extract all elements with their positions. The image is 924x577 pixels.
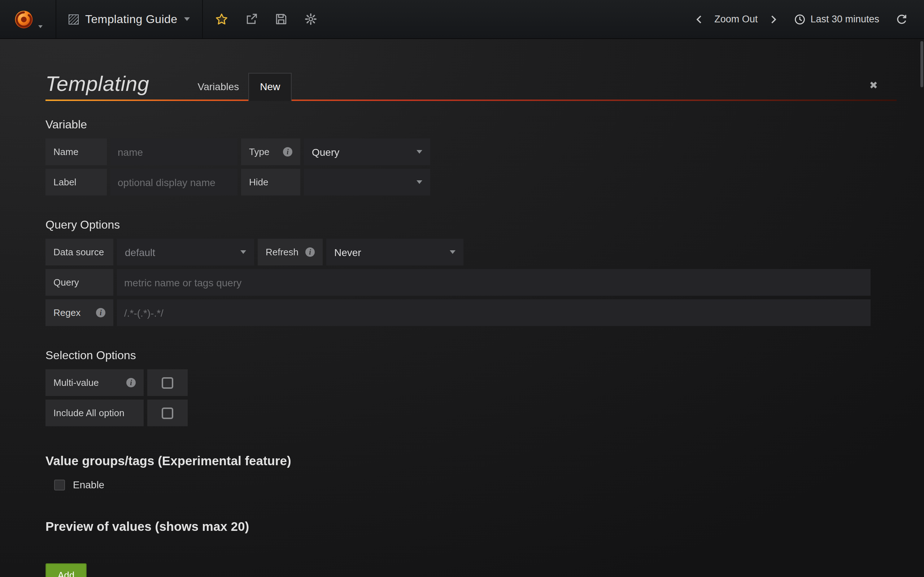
include-all-checkbox[interactable] [147,400,188,426]
caret-down-icon [38,25,43,28]
refresh-select-value: Never [334,246,361,258]
zoom-out-button[interactable]: Zoom Out [711,14,761,24]
data-source-value: default [125,246,155,258]
query-row: Query [45,269,871,296]
templating-header: Templating Variables New ✖ [45,39,882,101]
type-select[interactable]: Query [304,139,430,165]
dashboard-icon [69,14,79,24]
name-input[interactable] [110,139,237,165]
tab-new[interactable]: New [248,73,292,101]
query-options-section: Query Options Data source default Refres… [45,219,882,326]
datasource-row: Data source default Refresh Never [45,239,882,266]
multi-value-row: Multi-value [45,369,882,396]
refresh-icon [896,13,908,25]
include-all-row: Include All option [45,400,882,426]
refresh-label: Refresh [258,239,323,266]
gear-icon [304,13,317,25]
caret-down-icon [417,180,422,184]
share-button[interactable] [236,0,266,39]
info-icon[interactable] [283,147,292,156]
regex-input[interactable] [117,299,871,326]
navbar-spacer [325,0,687,38]
info-icon[interactable] [126,378,136,387]
save-button[interactable] [266,0,296,39]
include-all-label: Include All option [45,400,144,426]
caret-down-icon [184,17,189,21]
variable-section: Variable Name Type Query Label [45,118,882,195]
regex-label: Regex [45,299,113,326]
time-range-picker[interactable]: Last 30 minutes [791,13,882,25]
enable-row: Enable [54,479,882,490]
data-source-label: Data source [45,239,113,266]
enable-checkbox[interactable] [54,479,65,490]
checkbox-icon [162,377,173,388]
hide-label: Hide [241,169,300,195]
query-options-heading: Query Options [45,219,882,232]
caret-down-icon [450,250,456,254]
selection-options-section: Selection Options Multi-value Include Al… [45,349,882,426]
navbar-actions [202,0,325,38]
save-icon [275,13,287,25]
dashboard-title-menu[interactable]: Templating Guide [56,0,202,38]
hide-select[interactable] [304,169,430,195]
templating-editor: Templating Variables New ✖ Variable Name… [0,39,924,577]
value-groups-heading: Value groups/tags (Experimental feature) [45,454,882,469]
multi-value-checkbox[interactable] [147,369,188,396]
info-icon[interactable] [96,308,105,318]
caret-down-icon [241,250,246,254]
type-select-value: Query [312,146,339,158]
accent-divider [45,100,897,101]
selection-options-heading: Selection Options [45,349,882,362]
zoom-out-label: Zoom Out [714,14,758,24]
time-range-label: Last 30 minutes [810,14,879,24]
settings-button[interactable] [296,0,325,39]
preview-heading: Preview of values (shows max 20) [45,519,882,534]
time-shift-back-button[interactable] [687,0,711,39]
scrollbar-thumb[interactable] [921,41,923,87]
share-icon [245,13,257,25]
grafana-logo-icon [13,8,35,30]
query-input[interactable] [117,269,871,296]
label-label: Label [45,169,107,195]
refresh-select[interactable]: Never [326,239,464,266]
star-button[interactable] [207,0,236,39]
refresh-button[interactable] [889,0,914,39]
variable-heading: Variable [45,118,882,131]
add-button[interactable]: Add [45,563,87,577]
top-navbar: Templating Guide [0,0,924,39]
chevron-right-icon [768,14,778,24]
value-groups-section: Value groups/tags (Experimental feature)… [45,454,882,490]
multi-value-label: Multi-value [45,369,144,396]
grafana-app: Templating Guide [0,0,924,577]
name-label: Name [45,139,107,165]
variable-name-row: Name Type Query [45,139,882,165]
page-title: Templating [45,72,149,96]
type-label: Type [241,139,300,165]
regex-row: Regex [45,299,871,326]
tab-variables[interactable]: Variables [188,74,249,99]
caret-down-icon [417,150,422,154]
templating-tabs: Variables New [188,73,292,101]
time-shift-forward-button[interactable] [761,0,785,39]
label-input[interactable] [110,169,237,195]
clock-icon [794,13,805,25]
info-icon[interactable] [305,247,315,257]
close-icon[interactable]: ✖ [869,79,878,91]
variable-label-row: Label Hide [45,169,882,195]
grafana-main-menu[interactable] [0,0,56,38]
enable-label: Enable [73,479,104,490]
checkbox-icon [162,407,173,419]
data-source-select[interactable]: default [117,239,254,266]
star-icon [215,13,228,26]
chevron-left-icon [694,14,704,24]
dashboard-title: Templating Guide [85,13,177,26]
navbar-time-controls: Zoom Out Last 30 minutes [687,0,924,38]
preview-section: Preview of values (shows max 20) [45,519,882,534]
query-label: Query [45,269,113,296]
